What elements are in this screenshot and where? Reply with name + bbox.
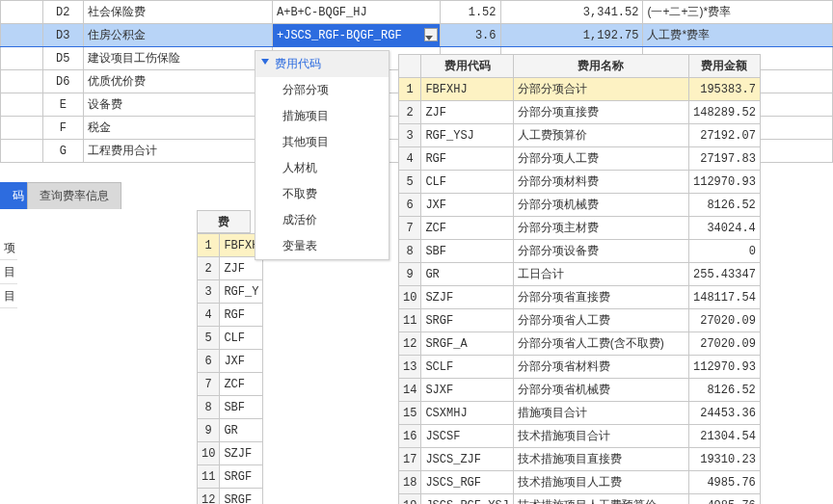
mini-row-code[interactable]: JXF bbox=[220, 350, 263, 373]
dropdown-option[interactable]: 措施项目 bbox=[255, 103, 389, 129]
dropdown-header[interactable]: 费用代码 bbox=[255, 51, 389, 77]
mini-row[interactable]: 9GR bbox=[198, 419, 263, 442]
mini-row-code[interactable]: CLF bbox=[220, 327, 263, 350]
row-code[interactable]: SRGF_A bbox=[421, 332, 513, 356]
col-header-amount[interactable]: 费用金额 bbox=[688, 55, 760, 78]
mini-row-code[interactable]: SRGF bbox=[220, 465, 263, 489]
tab-query-rate[interactable]: 查询费率信息 bbox=[27, 182, 121, 209]
mini-row-code[interactable]: RGF_Y bbox=[220, 280, 263, 304]
row-code[interactable]: JSCS_RGF_YSJ bbox=[421, 494, 513, 505]
row-code[interactable]: SJXF bbox=[421, 379, 513, 402]
table-row[interactable]: 6JXF分部分项机械费8126.52 bbox=[399, 194, 761, 217]
row-code[interactable]: JXF bbox=[421, 194, 513, 217]
row-code[interactable]: CSXMHJ bbox=[421, 402, 513, 425]
table-row[interactable]: 9GR工日合计255.43347 bbox=[399, 263, 761, 286]
table-row[interactable]: 8SBF分部分项设备费0 bbox=[399, 240, 761, 263]
row-name[interactable]: 分部分项机械费 bbox=[513, 194, 688, 217]
row-code[interactable]: FBFXHJ bbox=[421, 78, 513, 101]
mini-row[interactable]: 6JXF bbox=[198, 350, 263, 373]
upper-row[interactable]: D3住房公积金+JSCS_RGF-BQGF_RGF3.61,192.75人工费*… bbox=[1, 24, 833, 47]
row-name[interactable]: 分部分项省人工费 bbox=[513, 309, 688, 332]
row-title[interactable]: 税金 bbox=[83, 117, 272, 140]
mini-row[interactable]: 12SRGF_ bbox=[198, 489, 263, 505]
row-name[interactable]: 技术措施项目直接费 bbox=[513, 448, 688, 471]
row-title[interactable]: 优质优价费 bbox=[83, 70, 272, 93]
row-name[interactable]: 技术措施项目人工费 bbox=[513, 471, 688, 494]
row-title[interactable]: 建设项目工伤保险 bbox=[83, 47, 272, 70]
row-desc[interactable]: 人工费*费率 bbox=[643, 24, 833, 47]
row-name[interactable]: 分部分项人工费 bbox=[513, 147, 688, 171]
table-row[interactable]: 13SCLF分部分项省材料费112970.93 bbox=[399, 356, 761, 379]
row-desc[interactable]: (一+二+三)*费率 bbox=[643, 1, 833, 24]
table-row[interactable]: 17JSCS_ZJF技术措施项目直接费19310.23 bbox=[399, 448, 761, 471]
row-rate[interactable]: 3.6 bbox=[441, 24, 500, 47]
mini-row[interactable]: 5CLF bbox=[198, 327, 263, 350]
col-header-code[interactable]: 费用代码 bbox=[421, 55, 513, 78]
row-name[interactable]: 人工费预算价 bbox=[513, 124, 688, 147]
row-code[interactable]: SCLF bbox=[421, 356, 513, 379]
dropdown-option[interactable]: 人材机 bbox=[255, 155, 389, 181]
row-code[interactable]: SRGF bbox=[421, 309, 513, 332]
table-row[interactable]: 10SZJF分部分项省直接费148117.54 bbox=[399, 286, 761, 309]
dropdown-option[interactable]: 成活价 bbox=[255, 207, 389, 233]
row-code[interactable]: RGF bbox=[421, 147, 513, 171]
mini-row[interactable]: 4RGF bbox=[198, 304, 263, 327]
row-title[interactable]: 工程费用合计 bbox=[83, 140, 272, 163]
table-row[interactable]: 16JSCSF技术措施项目合计21304.54 bbox=[399, 425, 761, 448]
fee-code-table[interactable]: 费用代码费用名称费用金额1FBFXHJ分部分项合计195383.72ZJF分部分… bbox=[398, 54, 761, 504]
dropdown-option[interactable]: 变量表 bbox=[255, 233, 389, 259]
row-code[interactable]: SBF bbox=[421, 240, 513, 263]
table-row[interactable]: 3RGF_YSJ人工费预算价27192.07 bbox=[399, 124, 761, 147]
mini-table[interactable]: 1FBFXH2ZJF3RGF_Y4RGF5CLF6JXF7ZCF8SBF9GR1… bbox=[197, 233, 263, 504]
upper-row[interactable]: D2社会保险费A+B+C-BQGF_HJ1.523,341.52(一+二+三)*… bbox=[1, 1, 833, 24]
row-name[interactable]: 工日合计 bbox=[513, 263, 688, 286]
col-header-name[interactable]: 费用名称 bbox=[513, 55, 688, 78]
dropdown-option[interactable]: 其他项目 bbox=[255, 129, 389, 155]
row-code[interactable]: ZCF bbox=[421, 217, 513, 240]
mini-row-code[interactable]: RGF bbox=[220, 304, 263, 327]
mini-row-code[interactable]: SZJF bbox=[220, 442, 263, 465]
row-code[interactable]: SZJF bbox=[421, 286, 513, 309]
dropdown-option[interactable]: 分部分项 bbox=[255, 77, 389, 103]
mini-row-code[interactable]: ZJF bbox=[220, 257, 263, 280]
row-title[interactable]: 住房公积金 bbox=[83, 24, 272, 47]
row-name[interactable]: 分部分项直接费 bbox=[513, 101, 688, 124]
row-formula[interactable]: A+B+C-BQGF_HJ bbox=[273, 1, 441, 24]
mini-row[interactable]: 8SBF bbox=[198, 396, 263, 419]
fee-code-dropdown[interactable]: 费用代码 分部分项措施项目其他项目人材机不取费成活价变量表 bbox=[255, 50, 390, 260]
row-formula[interactable]: +JSCS_RGF-BQGF_RGF bbox=[273, 24, 441, 47]
mini-row[interactable]: 3RGF_Y bbox=[198, 280, 263, 304]
row-name[interactable]: 分部分项省人工费(含不取费) bbox=[513, 332, 688, 356]
mini-row-code[interactable]: ZCF bbox=[220, 373, 263, 396]
table-row[interactable]: 18JSCS_RGF技术措施项目人工费4985.76 bbox=[399, 471, 761, 494]
row-name[interactable]: 分部分项省材料费 bbox=[513, 356, 688, 379]
row-name[interactable]: 分部分项省机械费 bbox=[513, 379, 688, 402]
row-code[interactable]: JSCSF bbox=[421, 425, 513, 448]
table-row[interactable]: 14SJXF分部分项省机械费8126.52 bbox=[399, 379, 761, 402]
row-name[interactable]: 分部分项合计 bbox=[513, 78, 688, 101]
mini-row[interactable]: 2ZJF bbox=[198, 257, 263, 280]
mini-row[interactable]: 1FBFXH bbox=[198, 234, 263, 257]
row-name[interactable]: 分部分项主材费 bbox=[513, 217, 688, 240]
row-name[interactable]: 措施项目合计 bbox=[513, 402, 688, 425]
row-name[interactable]: 技术措施项目人工费预算价 bbox=[513, 494, 688, 505]
row-title[interactable]: 设备费 bbox=[83, 93, 272, 117]
table-row[interactable]: 2ZJF分部分项直接费148289.52 bbox=[399, 101, 761, 124]
mini-row-code[interactable]: SRGF_ bbox=[220, 489, 263, 505]
mini-row-code[interactable]: SBF bbox=[220, 396, 263, 419]
table-row[interactable]: 15CSXMHJ措施项目合计24453.36 bbox=[399, 402, 761, 425]
row-code[interactable]: CLF bbox=[421, 171, 513, 194]
tab-code[interactable]: 码 bbox=[0, 182, 27, 209]
mini-row-code[interactable]: GR bbox=[220, 419, 263, 442]
row-code[interactable]: JSCS_ZJF bbox=[421, 448, 513, 471]
row-name[interactable]: 技术措施项目合计 bbox=[513, 425, 688, 448]
row-code[interactable]: ZJF bbox=[421, 101, 513, 124]
table-row[interactable]: 19JSCS_RGF_YSJ技术措施项目人工费预算价4985.76 bbox=[399, 494, 761, 505]
row-title[interactable]: 社会保险费 bbox=[83, 1, 272, 24]
row-code[interactable]: GR bbox=[421, 263, 513, 286]
mini-row[interactable]: 10SZJF bbox=[198, 442, 263, 465]
row-name[interactable]: 分部分项设备费 bbox=[513, 240, 688, 263]
table-row[interactable]: 4RGF分部分项人工费27197.83 bbox=[399, 147, 761, 171]
dropdown-toggle-icon[interactable] bbox=[424, 28, 438, 41]
row-name[interactable]: 分部分项省直接费 bbox=[513, 286, 688, 309]
